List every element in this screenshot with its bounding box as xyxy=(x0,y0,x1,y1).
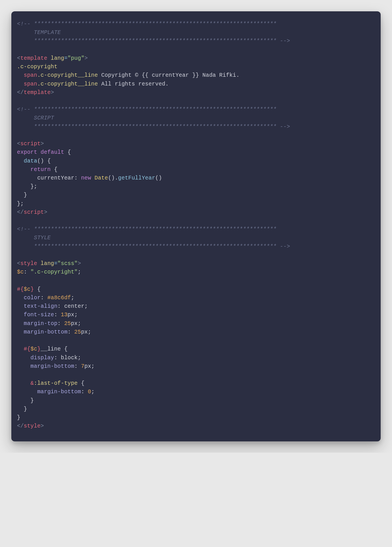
string: "scss" xyxy=(57,260,78,267)
tag-name: script xyxy=(24,209,44,215)
brace: }; xyxy=(31,183,37,190)
css-value: block xyxy=(61,355,78,361)
tag-open: < xyxy=(17,260,20,267)
css-prop: margin-top xyxy=(24,320,57,327)
operator: = xyxy=(54,260,57,267)
brace: } xyxy=(24,192,27,198)
tag-close: > xyxy=(51,89,54,96)
attr-name: lang xyxy=(37,260,54,267)
parent-selector: & xyxy=(31,380,34,386)
brace: { xyxy=(34,286,41,292)
brace: } xyxy=(31,398,34,404)
variable: $c xyxy=(24,286,31,292)
code-block: <!-- ***********************************… xyxy=(11,11,381,441)
attr-name: lang xyxy=(47,55,64,61)
number: 25 xyxy=(74,329,81,335)
keyword: export xyxy=(17,149,37,155)
comment-line: <!-- ***********************************… xyxy=(17,226,290,249)
brace: } xyxy=(17,414,20,421)
brace: }; xyxy=(17,201,24,207)
css-prop: text-align xyxy=(24,303,57,309)
tag-open: < xyxy=(17,141,20,147)
tag-close: > xyxy=(84,55,88,61)
selector: #{ xyxy=(24,346,31,352)
pug-class: .c-copyright__line xyxy=(37,72,98,78)
property: currentYear xyxy=(37,175,74,181)
css-prop: font-size xyxy=(24,312,54,318)
tag-open: </ xyxy=(17,209,24,215)
parens: () xyxy=(37,158,44,164)
css-prop: margin-bottom xyxy=(37,389,81,395)
code-content: <!-- ***********************************… xyxy=(17,20,375,431)
text: Copyright © {{ currentYear }} Nada Rifki… xyxy=(98,72,240,78)
variable: $c xyxy=(31,346,37,352)
selector-suffix: __line xyxy=(41,346,61,352)
class: Date xyxy=(95,175,108,181)
tag-open: </ xyxy=(17,423,24,429)
text: All rights reserved. xyxy=(98,81,169,87)
tag-close: > xyxy=(41,423,44,429)
number: 0 xyxy=(88,389,91,395)
tag-name: style xyxy=(20,260,37,267)
pug-tag: span xyxy=(24,72,37,78)
css-value: #a8c6df xyxy=(47,295,71,301)
comment-line: <!-- ***********************************… xyxy=(17,106,290,130)
comment-line: <!-- ***********************************… xyxy=(17,21,290,44)
tag-name: script xyxy=(20,141,41,147)
pug-class: .c-copyright__line xyxy=(37,81,98,87)
brace: { xyxy=(61,346,68,352)
method: getFullYear xyxy=(118,175,155,181)
tag-name: style xyxy=(24,423,41,429)
keyword: new xyxy=(81,175,91,181)
css-prop: color xyxy=(24,295,41,301)
number: 7 xyxy=(81,363,84,369)
selector: #{ xyxy=(17,286,24,292)
pug-tag: span xyxy=(24,81,37,87)
number: 13 xyxy=(61,312,68,318)
tag-close: > xyxy=(44,209,47,215)
operator: = xyxy=(64,55,68,61)
string: "pug" xyxy=(68,55,85,61)
css-prop: margin-bottom xyxy=(24,329,68,335)
number: 25 xyxy=(64,320,71,327)
tag-open: < xyxy=(17,55,20,61)
css-value: center xyxy=(64,303,84,309)
tag-name: template xyxy=(24,89,51,96)
brace: { xyxy=(51,166,57,173)
brace: { xyxy=(64,149,71,155)
keyword: default xyxy=(41,149,64,155)
tag-close: > xyxy=(41,141,44,147)
brace: { xyxy=(78,380,84,386)
tag-name: template xyxy=(20,55,47,61)
brace: } xyxy=(24,406,27,412)
tag-open: </ xyxy=(17,89,24,96)
css-prop: display xyxy=(31,355,54,361)
variable: $c xyxy=(17,269,24,275)
tag-close: > xyxy=(78,260,81,267)
method: data xyxy=(24,158,37,164)
pug-class: .c-copyright xyxy=(17,64,57,70)
string: ".c-copyright" xyxy=(31,269,78,275)
brace: { xyxy=(44,158,51,164)
css-prop: margin-bottom xyxy=(31,363,74,369)
pseudo-class: :last-of-type xyxy=(34,380,78,386)
keyword: return xyxy=(31,166,51,173)
